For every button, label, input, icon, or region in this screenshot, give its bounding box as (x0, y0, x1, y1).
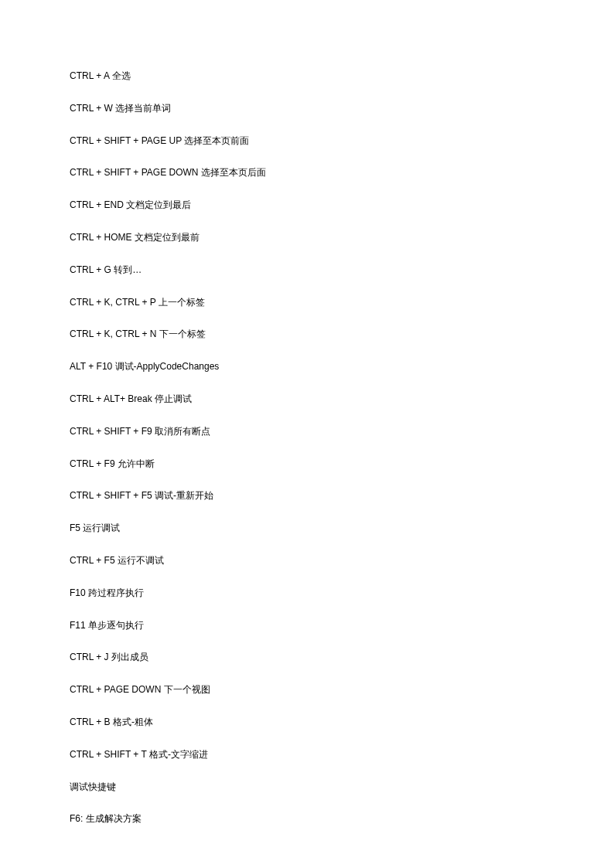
shortcut-line: CTRL + J 列出成员 (70, 651, 614, 664)
shortcut-line: F10 跨过程序执行 (70, 587, 614, 600)
shortcut-line: CTRL + SHIFT + PAGE DOWN 选择至本页后面 (70, 166, 614, 179)
shortcut-line: CTRL + PAGE DOWN 下一个视图 (70, 683, 614, 696)
shortcut-line: CTRL + HOME 文档定位到最前 (70, 231, 614, 244)
shortcut-line: CTRL + F5 运行不调试 (70, 554, 614, 567)
shortcut-line: CTRL + B 格式-粗体 (70, 716, 614, 729)
shortcut-line: CTRL + SHIFT + PAGE UP 选择至本页前面 (70, 134, 614, 148)
shortcut-line: F11 单步逐句执行 (70, 619, 614, 632)
shortcut-line: F5 运行调试 (70, 522, 614, 535)
shortcut-line: CTRL + SHIFT + F5 调试-重新开始 (70, 489, 614, 502)
shortcut-line: CTRL + W 选择当前单词 (70, 102, 614, 115)
shortcut-line: CTRL + END 文档定位到最后 (70, 199, 614, 212)
shortcut-line: CTRL + A 全选 (70, 70, 614, 83)
shortcut-line: CTRL + G 转到… (70, 264, 614, 277)
shortcut-line: CTRL + SHIFT + T 格式-文字缩进 (70, 748, 614, 761)
shortcut-line: ALT + F10 调试-ApplyCodeChanges (70, 360, 614, 373)
shortcut-line: CTRL + K, CTRL + P 上一个标签 (70, 296, 614, 309)
shortcut-line: CTRL + K, CTRL + N 下一个标签 (70, 328, 614, 341)
section-heading: 调试快捷键 (70, 781, 614, 794)
shortcut-line: CTRL + F9 允许中断 (70, 458, 614, 471)
shortcut-line: F6: 生成解决方案 (70, 812, 614, 825)
shortcut-line: CTRL + ALT+ Break 停止调试 (70, 393, 614, 406)
shortcut-line: CTRL + SHIFT + F9 取消所有断点 (70, 425, 614, 438)
